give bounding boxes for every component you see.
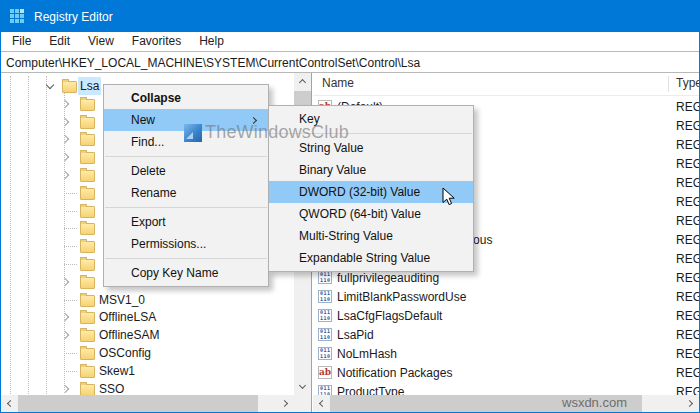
folder-icon (80, 99, 95, 111)
new-submenu-item-dword-32-bit-value[interactable]: DWORD (32-bit) Value (269, 181, 473, 203)
tree-connector (64, 211, 77, 212)
registry-value-notification-packages[interactable]: Notification PackagesREG_ (313, 364, 699, 383)
folder-icon (80, 241, 95, 253)
value-type: REG_ (676, 288, 700, 307)
folder-icon (80, 170, 95, 182)
context-menu-item-copy-key-name[interactable]: Copy Key Name (104, 262, 268, 284)
folder-icon (80, 330, 95, 342)
expand-chevron-icon[interactable] (61, 153, 69, 161)
tree-item-msv1-0[interactable]: MSV1_0 (1, 291, 293, 309)
scroll-up-button[interactable] (294, 73, 311, 90)
new-submenu-item-key[interactable]: Key (269, 108, 473, 130)
value-type: REG_ (676, 326, 700, 345)
menubar-favorites[interactable]: Favorites (123, 32, 190, 52)
list-horizontal-scrollbar[interactable] (313, 395, 699, 412)
registry-value-lsapid[interactable]: LsaPidREG_ (313, 326, 699, 345)
tree-item-osconfig[interactable]: OSConfig (1, 344, 293, 362)
expand-chevron-icon[interactable] (61, 278, 69, 286)
new-submenu-item-multi-string-value[interactable]: Multi-String Value (269, 225, 473, 247)
value-type: REG_ (676, 155, 700, 174)
window-title: Registry Editor (34, 10, 113, 24)
registry-value-limitblankpassworduse[interactable]: LimitBlankPasswordUseREG_ (313, 288, 699, 307)
scroll-left-button[interactable] (313, 395, 330, 412)
value-type: REG_ (676, 231, 700, 250)
tree-connector (64, 264, 77, 265)
new-submenu-item-string-value[interactable]: String Value (269, 137, 473, 159)
value-name: Notification Packages (337, 364, 452, 383)
context-menu-item-rename[interactable]: Rename (104, 182, 268, 204)
new-submenu-item-binary-value[interactable]: Binary Value (269, 159, 473, 181)
scroll-down-button[interactable] (294, 378, 311, 395)
collapse-chevron-icon[interactable] (46, 81, 54, 89)
folder-icon (80, 188, 95, 200)
address-text: Computer\HKEY_LOCAL_MACHINE\SYSTEM\Curre… (6, 56, 420, 70)
chevron-up-icon (299, 79, 306, 86)
value-type: REG_ (676, 212, 700, 231)
value-type: REG_ (676, 250, 700, 269)
context-menu: CollapseNewFind...DeleteRenameExportPerm… (103, 84, 269, 287)
context-menu-item-new[interactable]: New (104, 109, 268, 131)
new-submenu-item-qword-64-bit-value[interactable]: QWORD (64-bit) Value (269, 203, 473, 225)
tree-connector (64, 228, 77, 229)
dword-value-icon (318, 347, 332, 360)
tree-connector (64, 300, 77, 301)
submenu-arrow-icon (250, 116, 257, 123)
context-menu-separator (105, 207, 267, 208)
chevron-right-icon (686, 400, 693, 407)
folder-icon (80, 134, 95, 146)
horizontal-scroll-thumb[interactable] (330, 395, 642, 412)
tree-item-label: OSConfig (97, 344, 153, 362)
context-menu-item-collapse[interactable]: Collapse (104, 87, 268, 109)
tree-item-offlinelsa[interactable]: OfflineLSA (1, 308, 293, 326)
context-menu-item-permissions[interactable]: Permissions... (104, 233, 268, 255)
folder-icon (80, 348, 95, 360)
folder-icon (62, 81, 77, 93)
value-type: REG_ (676, 117, 700, 136)
registry-value-lsacfgflagsdefault[interactable]: LsaCfgFlagsDefaultREG_ (313, 307, 699, 326)
context-menu-separator (105, 258, 267, 259)
chevron-down-icon (299, 382, 306, 389)
folder-icon (80, 366, 95, 378)
folder-icon (80, 117, 95, 129)
folder-icon (80, 277, 95, 289)
folder-icon (80, 152, 95, 164)
expand-chevron-icon[interactable] (61, 100, 69, 108)
expand-chevron-icon[interactable] (61, 384, 69, 392)
expand-chevron-icon[interactable] (61, 171, 69, 179)
context-menu-item-delete[interactable]: Delete (104, 160, 268, 182)
scroll-right-button[interactable] (277, 395, 294, 412)
expand-chevron-icon[interactable] (61, 313, 69, 321)
value-type: REG_ (676, 174, 700, 193)
value-type: REG_ (676, 136, 700, 155)
menubar-edit[interactable]: Edit (40, 32, 79, 52)
menubar-help[interactable]: Help (190, 32, 233, 52)
expand-chevron-icon[interactable] (61, 135, 69, 143)
value-type: REG_ (676, 345, 700, 364)
address-bar[interactable]: Computer\HKEY_LOCAL_MACHINE\SYSTEM\Curre… (1, 53, 699, 73)
chevron-left-icon (319, 400, 326, 407)
expand-chevron-icon[interactable] (61, 117, 69, 125)
tree-item-offlinesam[interactable]: OfflineSAM (1, 326, 293, 344)
horizontal-scroll-thumb[interactable] (18, 395, 258, 412)
folder-icon (80, 312, 95, 324)
chevron-right-icon (281, 400, 288, 407)
registry-editor-window: Registry Editor FileEditViewFavoritesHel… (0, 0, 700, 413)
menubar-file[interactable]: File (3, 32, 40, 52)
folder-icon (80, 295, 95, 307)
expand-chevron-icon[interactable] (61, 331, 69, 339)
context-menu-item-export[interactable]: Export (104, 211, 268, 233)
scroll-right-button[interactable] (682, 395, 699, 412)
new-submenu-item-expandable-string-value[interactable]: Expandable String Value (269, 247, 473, 269)
tree-horizontal-scrollbar[interactable] (1, 395, 294, 412)
tree-item-label: Skew1 (97, 362, 137, 380)
new-submenu-separator (270, 133, 472, 134)
tree-connector (64, 353, 77, 354)
tree-connector (64, 193, 77, 194)
tree-item-skew1[interactable]: Skew1 (1, 362, 293, 380)
tree-connector (64, 371, 77, 372)
scroll-left-button[interactable] (1, 395, 18, 412)
menubar-view[interactable]: View (79, 32, 123, 52)
registry-value-nolmhash[interactable]: NoLmHashREG_ (313, 345, 699, 364)
context-menu-item-find[interactable]: Find... (104, 131, 268, 153)
title-bar: Registry Editor (1, 1, 699, 32)
